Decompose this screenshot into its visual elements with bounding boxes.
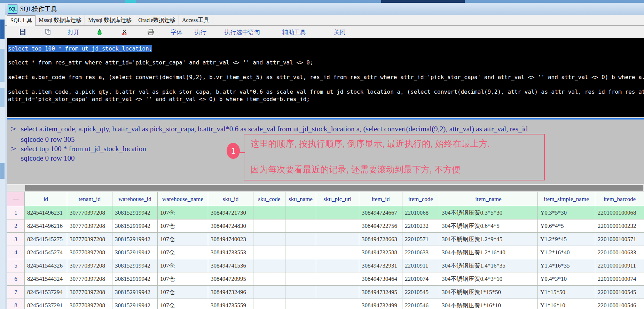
table-row[interactable]: 2824541496216307770397208308152919942107…	[7, 219, 644, 233]
cell: 107仓	[158, 206, 208, 219]
open-button[interactable]: 打开	[68, 28, 80, 36]
cell: 308494728663	[359, 233, 402, 246]
sql-editor[interactable]: select top 100 * from ut_jd_stock_locati…	[7, 38, 644, 117]
cell: 307770397208	[67, 272, 112, 286]
cell: Y1*15*50	[538, 286, 595, 299]
table-row[interactable]: 7824541537294307770397208308152919942107…	[7, 286, 644, 299]
copy-icon[interactable]	[45, 29, 52, 36]
cell: 308494732588	[359, 246, 402, 259]
column-header-sku_code[interactable]: sku_code	[253, 192, 285, 206]
tab-oracle-migration[interactable]: Oracle数据迁移	[135, 15, 179, 25]
column-header-tenant_id[interactable]: tenant_id	[67, 192, 112, 206]
cell: 824541544326	[25, 259, 67, 272]
output-line: sqlcode 0 row 305	[10, 135, 75, 144]
column-header-sku_id[interactable]: sku_id	[208, 192, 253, 206]
cell: 308152919942	[112, 286, 158, 299]
background-window-fragment	[0, 20, 5, 39]
close-button[interactable]: 关闭	[334, 28, 346, 36]
cell: 308494735559	[208, 299, 253, 309]
cell: Y0.6*4*5	[538, 219, 595, 233]
execute-button[interactable]: 执行	[195, 28, 206, 36]
tab-access-tool[interactable]: Access工具	[179, 15, 212, 25]
toolbar: 打开字体执行执行选中语句辅助工具关闭	[5, 26, 644, 38]
cell: 107仓	[158, 286, 208, 299]
cell: 22010546	[402, 299, 439, 309]
cell: Y1*16*10	[538, 299, 595, 309]
cell: 22010545	[402, 286, 439, 299]
cell: 2201000100232	[595, 219, 644, 233]
column-header-warehouse_id[interactable]: warehouse_id	[112, 192, 158, 206]
cell: 307770397208	[67, 299, 112, 309]
table-row[interactable]: 5824541544326307770397208308152919942107…	[7, 259, 644, 272]
column-header-sku_name[interactable]: sku_name	[285, 192, 316, 206]
printer-icon[interactable]	[147, 29, 154, 36]
screen: SQL SQL操作工具 SQL工具Mssql 数据库迁移Mysql 数据库迁移O…	[0, 0, 644, 309]
column-header-id[interactable]: id	[25, 192, 67, 206]
titlebar[interactable]: SQL SQL操作工具	[5, 3, 644, 16]
background-window-fragment	[125, 0, 136, 3]
cell: 2201000100633	[595, 246, 644, 259]
cell	[285, 259, 316, 272]
font-button[interactable]: 字体	[171, 28, 182, 36]
annotation-line-2: 因为每次要看最近的记录, 还需要滚动到最下方, 不方便	[251, 164, 461, 175]
cell: 307770397208	[67, 246, 112, 259]
annotation-box: 这里的顺序, 按执行顺序, 倒序显示, 最近执行的, 始终在最上方. 因为每次要…	[244, 134, 545, 180]
cell: 22010911	[402, 259, 439, 272]
cell	[316, 286, 359, 299]
output-line: sqlcode 0 row 100	[10, 154, 75, 163]
cell	[316, 299, 359, 309]
cell: 307770397208	[67, 259, 112, 272]
table-row[interactable]: 1824541496231307770397208308152919942107…	[7, 206, 644, 219]
result-table-container: —idtenant_idwarehouse_idwarehouse_namesk…	[7, 192, 644, 309]
cell	[253, 299, 285, 309]
horizontal-scrollbar[interactable]	[7, 184, 644, 192]
table-row[interactable]: 6824541544324307770397208308152919942107…	[7, 272, 644, 286]
cell: 308494732495	[359, 286, 402, 299]
column-header-item_simple_name[interactable]: item_simple_name	[538, 192, 595, 206]
column-header-warehouse_name[interactable]: warehouse_name	[158, 192, 208, 206]
cell: Y1.2*9*45	[538, 233, 595, 246]
cell: 308152919942	[112, 219, 158, 233]
cell: Y1.2*16*40	[538, 246, 595, 259]
column-header-item_code[interactable]: item_code	[402, 192, 439, 206]
column-header-item_barcode[interactable]: item_barcode	[595, 192, 644, 206]
cell	[316, 206, 359, 219]
cell	[253, 272, 285, 286]
cell: 824541544324	[25, 272, 67, 286]
tab-sql-tool[interactable]: SQL工具	[7, 15, 36, 26]
cell: 308494720995	[208, 272, 253, 286]
cell: 824541545274	[25, 246, 67, 259]
column-header-sku_pic_url[interactable]: sku_pic_url	[316, 192, 359, 206]
table-row[interactable]: 3824541545275307770397208308152919942107…	[7, 233, 644, 246]
background-window-fragment	[0, 163, 5, 179]
desktop-background-top	[0, 0, 644, 3]
cell: 824541537294	[25, 286, 67, 299]
cell: 308494732931	[359, 259, 402, 272]
table-row[interactable]: 8824541537291307770397208308152919942107…	[7, 299, 644, 309]
flask-icon[interactable]	[96, 29, 103, 36]
cell: 2201000100911	[595, 259, 644, 272]
table-header-row: —idtenant_idwarehouse_idwarehouse_namesk…	[7, 192, 644, 206]
execute-selected-button[interactable]: 执行选中语句	[225, 28, 260, 36]
splitter-handle[interactable]	[7, 117, 644, 120]
auxiliary-tools-button[interactable]: 辅助工具	[282, 28, 306, 36]
cell	[316, 246, 359, 259]
save-icon[interactable]	[19, 29, 26, 36]
cell: 107仓	[158, 272, 208, 286]
tab-mssql-migration[interactable]: Mssql 数据库迁移	[36, 15, 85, 25]
cell	[253, 259, 285, 272]
cell: 308152919942	[112, 233, 158, 246]
cell: 22010232	[402, 219, 439, 233]
tab-mysql-migration[interactable]: Mysql 数据库迁移	[85, 15, 135, 25]
cell: 22010571	[402, 233, 439, 246]
cell: 2201000100068	[595, 206, 644, 219]
cell: Y0.4*3*10	[538, 272, 595, 286]
cut-icon[interactable]	[121, 29, 128, 36]
column-header-item_name[interactable]: item_name	[439, 192, 538, 206]
column-header-item_id[interactable]: item_id	[359, 192, 402, 206]
table-row[interactable]: 4824541545274307770397208308152919942107…	[7, 246, 644, 259]
cell	[253, 219, 285, 233]
cell: 308152919942	[112, 299, 158, 309]
scrollbar-thumb[interactable]	[25, 185, 643, 191]
cell: 308494732496	[208, 286, 253, 299]
